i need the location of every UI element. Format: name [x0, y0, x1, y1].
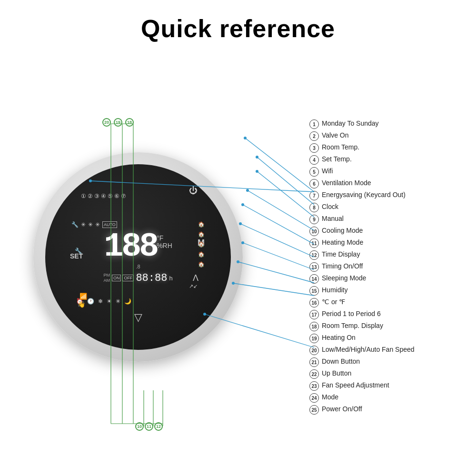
touch-icon: 👋	[78, 301, 85, 308]
legend-item-23: 23Fan Speed Adjustment	[309, 381, 471, 391]
temp-display: 188	[104, 230, 157, 264]
set-label: SET	[70, 252, 83, 260]
legend-num-20: 20	[309, 346, 319, 355]
legend-text-5: Wifi	[322, 167, 333, 175]
legend-num-23: 23	[309, 381, 319, 391]
power-button-icon[interactable]: ⏻	[189, 186, 198, 196]
legend-text-7: Energysaving (Keycard Out)	[322, 190, 406, 199]
legend-text-9: Manual	[322, 214, 344, 223]
legend-text-19: Heating On	[322, 333, 356, 342]
page-title: Quick reference	[0, 0, 476, 43]
legend-num-11: 11	[309, 238, 319, 248]
callout-18: 18	[125, 118, 134, 127]
legend-text-10: Cooling Mode	[322, 226, 363, 235]
legend-item-7: 7Energysaving (Keycard Out)	[309, 190, 471, 200]
legend-num-5: 5	[309, 167, 319, 177]
down-arrow-icon[interactable]: ▽	[134, 311, 142, 324]
legend-text-20: Low/Med/High/Auto Fan Speed	[322, 345, 415, 354]
legend-num-8: 8	[309, 203, 319, 212]
legend-text-2: Valve On	[322, 131, 349, 139]
legend-item-19: 19Heating On	[309, 333, 471, 343]
callout-11: 11	[145, 422, 153, 431]
legend-num-21: 21	[309, 357, 319, 367]
legend-num-19: 19	[309, 334, 319, 343]
legend-item-11: 11Heating Mode	[309, 238, 471, 248]
diagram-area: ① ② ③ ④ ⑤ ⑥ ⑦ 🔧 ✳ ✳ ✳ AUTO	[0, 67, 276, 447]
legend-text-22: Up Button	[322, 369, 351, 377]
legend-text-3: Room Temp.	[322, 143, 359, 151]
legend-text-25: Power On/Off	[322, 405, 362, 413]
legend-item-17: 17Period 1 to Period 6	[309, 309, 471, 319]
legend-item-2: 2Valve On	[309, 131, 471, 141]
h-suffix: h	[169, 275, 172, 282]
legend-num-12: 12	[309, 250, 319, 260]
legend-num-18: 18	[309, 322, 319, 331]
legend-item-25: 25Power On/Off	[309, 405, 471, 415]
legend-num-9: 9	[309, 215, 319, 224]
legend-text-11: Heating Mode	[322, 238, 363, 247]
legend-num-2: 2	[309, 131, 319, 141]
legend-item-15: 15Humidity	[309, 286, 471, 296]
legend-area: 1Monday To Sunday2Valve On3Room Temp.4Se…	[309, 119, 471, 415]
legend-item-6: 6Ventilation Mode	[309, 178, 471, 188]
legend-num-4: 4	[309, 155, 319, 165]
lcd-display: 188 °F%RH .8 PM AM ON OFF 88:88	[86, 209, 190, 305]
legend-text-12: Time Display	[322, 250, 360, 258]
legend-item-16: 16℃ or ℉	[309, 298, 471, 307]
thermostat-inner: ① ② ③ ④ ⑤ ⑥ ⑦ 🔧 ✳ ✳ ✳ AUTO	[45, 164, 231, 350]
legend-item-8: 8Clock	[309, 202, 471, 212]
legend-item-12: 12Time Display	[309, 250, 471, 260]
legend-item-1: 1Monday To Sunday	[309, 119, 471, 129]
legend-num-17: 17	[309, 310, 319, 319]
legend-item-24: 24Mode	[309, 393, 471, 403]
legend-item-5: 5Wifi	[309, 167, 471, 177]
legend-num-7: 7	[309, 191, 319, 200]
time-display: 88:88	[136, 272, 167, 284]
legend-text-14: Sleeping Mode	[322, 274, 366, 282]
callout-20: 20	[102, 118, 111, 127]
up-arrow-icon[interactable]: Λ	[193, 273, 198, 283]
callout-19: 19	[114, 118, 122, 127]
legend-text-18: Room Temp. Display	[322, 321, 383, 330]
time-row: PM AM ON OFF 88:88 h	[103, 272, 172, 284]
legend-text-13: Timing On/Off	[322, 262, 363, 270]
legend-text-23: Fan Speed Adjustment	[322, 381, 389, 389]
legend-text-15: Humidity	[322, 286, 347, 294]
legend-num-25: 25	[309, 405, 319, 415]
legend-text-8: Clock	[322, 202, 338, 211]
unit-display: °F%RH	[157, 234, 172, 249]
schedule-icons: 🏠 🏠 🏠 🏠 🏠	[198, 221, 205, 268]
legend-item-20: 20Low/Med/High/Auto Fan Speed	[309, 345, 471, 355]
legend-item-9: 9Manual	[309, 214, 471, 224]
legend-item-21: 21Down Button	[309, 357, 471, 367]
thermostat-outer: ① ② ③ ④ ⑤ ⑥ ⑦ 🔧 ✳ ✳ ✳ AUTO	[33, 152, 243, 362]
legend-item-4: 4Set Temp.	[309, 155, 471, 165]
legend-text-17: Period 1 to Period 6	[322, 309, 381, 318]
legend-item-18: 18Room Temp. Display	[309, 321, 471, 331]
timing-icon: ↗↙	[189, 283, 198, 289]
legend-num-16: 16	[309, 298, 319, 307]
legend-num-22: 22	[309, 369, 319, 379]
legend-text-1: Monday To Sunday	[322, 119, 379, 128]
legend-text-24: Mode	[322, 393, 338, 401]
legend-item-22: 22Up Button	[309, 369, 471, 379]
legend-num-13: 13	[309, 262, 319, 272]
legend-text-21: Down Button	[322, 357, 360, 366]
callout-12: 12	[154, 422, 163, 431]
legend-num-10: 10	[309, 227, 319, 236]
legend-num-1: 1	[309, 119, 319, 129]
legend-text-4: Set Temp.	[322, 155, 352, 163]
wifi-icon: 📶	[79, 293, 87, 300]
legend-item-13: 13Timing On/Off	[309, 262, 471, 272]
number-row: ① ② ③ ④ ⑤ ⑥ ⑦	[81, 193, 126, 199]
legend-item-3: 3Room Temp.	[309, 143, 471, 153]
legend-num-14: 14	[309, 274, 319, 284]
legend-num-24: 24	[309, 393, 319, 403]
legend-num-15: 15	[309, 286, 319, 296]
legend-item-14: 14Sleeping Mode	[309, 274, 471, 284]
legend-num-6: 6	[309, 179, 319, 188]
callout-10: 10	[135, 422, 144, 431]
legend-text-6: Ventilation Mode	[322, 178, 371, 187]
legend-text-16: ℃ or ℉	[322, 298, 345, 306]
legend-num-3: 3	[309, 143, 319, 153]
